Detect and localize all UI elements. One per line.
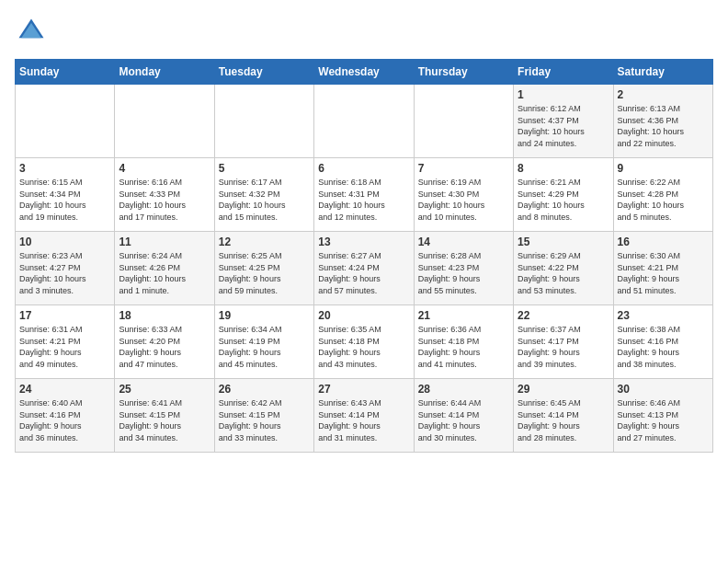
calendar-cell: 28Sunrise: 6:44 AM Sunset: 4:14 PM Dayli… <box>414 379 513 453</box>
calendar-cell: 29Sunrise: 6:45 AM Sunset: 4:14 PM Dayli… <box>514 379 613 453</box>
day-info: Sunrise: 6:30 AM Sunset: 4:21 PM Dayligh… <box>618 250 709 296</box>
calendar-cell: 18Sunrise: 6:33 AM Sunset: 4:20 PM Dayli… <box>115 305 214 379</box>
header-monday: Monday <box>115 60 214 85</box>
day-info: Sunrise: 6:17 AM Sunset: 4:32 PM Dayligh… <box>219 177 310 223</box>
day-number: 13 <box>318 236 409 248</box>
day-number: 22 <box>518 309 609 322</box>
header-friday: Friday <box>514 60 613 85</box>
day-info: Sunrise: 6:45 AM Sunset: 4:14 PM Dayligh… <box>518 397 609 443</box>
calendar-cell: 30Sunrise: 6:46 AM Sunset: 4:13 PM Dayli… <box>613 379 712 453</box>
day-number: 20 <box>318 309 409 322</box>
header-sunday: Sunday <box>16 60 115 85</box>
day-info: Sunrise: 6:13 AM Sunset: 4:36 PM Dayligh… <box>618 103 709 149</box>
day-info: Sunrise: 6:42 AM Sunset: 4:15 PM Dayligh… <box>219 397 310 443</box>
day-info: Sunrise: 6:15 AM Sunset: 4:34 PM Dayligh… <box>19 177 110 223</box>
calendar-cell: 15Sunrise: 6:29 AM Sunset: 4:22 PM Dayli… <box>514 232 613 305</box>
calendar-cell: 9Sunrise: 6:22 AM Sunset: 4:28 PM Daylig… <box>613 158 712 232</box>
calendar-cell <box>214 85 313 158</box>
day-number: 7 <box>418 162 509 175</box>
day-info: Sunrise: 6:19 AM Sunset: 4:30 PM Dayligh… <box>418 177 509 223</box>
logo <box>15 15 51 48</box>
calendar-cell: 21Sunrise: 6:36 AM Sunset: 4:18 PM Dayli… <box>414 305 513 379</box>
calendar-cell: 10Sunrise: 6:23 AM Sunset: 4:27 PM Dayli… <box>16 232 115 305</box>
day-number: 10 <box>19 236 110 248</box>
day-info: Sunrise: 6:35 AM Sunset: 4:18 PM Dayligh… <box>318 324 409 370</box>
calendar-week-2: 3Sunrise: 6:15 AM Sunset: 4:34 PM Daylig… <box>16 158 713 232</box>
header-wednesday: Wednesday <box>314 60 414 85</box>
day-info: Sunrise: 6:22 AM Sunset: 4:28 PM Dayligh… <box>618 177 709 223</box>
calendar-cell: 11Sunrise: 6:24 AM Sunset: 4:26 PM Dayli… <box>115 232 214 305</box>
calendar-week-3: 10Sunrise: 6:23 AM Sunset: 4:27 PM Dayli… <box>16 232 713 305</box>
day-number: 30 <box>618 383 709 396</box>
page-header <box>15 15 713 48</box>
logo-icon <box>15 15 48 48</box>
calendar-cell: 26Sunrise: 6:42 AM Sunset: 4:15 PM Dayli… <box>214 379 313 453</box>
day-info: Sunrise: 6:44 AM Sunset: 4:14 PM Dayligh… <box>418 397 509 443</box>
calendar-cell: 17Sunrise: 6:31 AM Sunset: 4:21 PM Dayli… <box>16 305 115 379</box>
day-number: 23 <box>618 309 709 322</box>
calendar-cell: 5Sunrise: 6:17 AM Sunset: 4:32 PM Daylig… <box>214 158 313 232</box>
day-info: Sunrise: 6:27 AM Sunset: 4:24 PM Dayligh… <box>318 250 409 296</box>
calendar-cell: 19Sunrise: 6:34 AM Sunset: 4:19 PM Dayli… <box>214 305 313 379</box>
day-info: Sunrise: 6:31 AM Sunset: 4:21 PM Dayligh… <box>19 324 110 370</box>
day-number: 25 <box>119 383 210 396</box>
calendar-header-row: SundayMondayTuesdayWednesdayThursdayFrid… <box>16 60 713 85</box>
day-info: Sunrise: 6:36 AM Sunset: 4:18 PM Dayligh… <box>418 324 509 370</box>
calendar-cell: 4Sunrise: 6:16 AM Sunset: 4:33 PM Daylig… <box>115 158 214 232</box>
day-info: Sunrise: 6:40 AM Sunset: 4:16 PM Dayligh… <box>19 397 110 443</box>
day-info: Sunrise: 6:29 AM Sunset: 4:22 PM Dayligh… <box>518 250 609 296</box>
calendar-cell: 1Sunrise: 6:12 AM Sunset: 4:37 PM Daylig… <box>514 85 613 158</box>
day-number: 8 <box>518 162 609 175</box>
day-number: 2 <box>618 88 709 101</box>
day-info: Sunrise: 6:34 AM Sunset: 4:19 PM Dayligh… <box>219 324 310 370</box>
day-number: 28 <box>418 383 509 396</box>
day-info: Sunrise: 6:41 AM Sunset: 4:15 PM Dayligh… <box>119 397 210 443</box>
day-info: Sunrise: 6:28 AM Sunset: 4:23 PM Dayligh… <box>418 250 509 296</box>
day-number: 15 <box>518 236 609 248</box>
calendar-cell: 12Sunrise: 6:25 AM Sunset: 4:25 PM Dayli… <box>214 232 313 305</box>
day-info: Sunrise: 6:24 AM Sunset: 4:26 PM Dayligh… <box>119 250 210 296</box>
day-number: 12 <box>219 236 310 248</box>
calendar-table: SundayMondayTuesdayWednesdayThursdayFrid… <box>15 59 713 453</box>
header-saturday: Saturday <box>613 60 712 85</box>
day-number: 18 <box>119 309 210 322</box>
day-number: 29 <box>518 383 609 396</box>
day-number: 6 <box>318 162 409 175</box>
calendar-cell: 24Sunrise: 6:40 AM Sunset: 4:16 PM Dayli… <box>16 379 115 453</box>
day-info: Sunrise: 6:12 AM Sunset: 4:37 PM Dayligh… <box>518 103 609 149</box>
day-info: Sunrise: 6:43 AM Sunset: 4:14 PM Dayligh… <box>318 397 409 443</box>
day-number: 4 <box>119 162 210 175</box>
calendar-cell: 2Sunrise: 6:13 AM Sunset: 4:36 PM Daylig… <box>613 85 712 158</box>
calendar-week-5: 24Sunrise: 6:40 AM Sunset: 4:16 PM Dayli… <box>16 379 713 453</box>
calendar-cell <box>115 85 214 158</box>
day-number: 17 <box>19 309 110 322</box>
calendar-cell: 22Sunrise: 6:37 AM Sunset: 4:17 PM Dayli… <box>514 305 613 379</box>
calendar-cell: 13Sunrise: 6:27 AM Sunset: 4:24 PM Dayli… <box>314 232 414 305</box>
day-info: Sunrise: 6:37 AM Sunset: 4:17 PM Dayligh… <box>518 324 609 370</box>
calendar-cell: 16Sunrise: 6:30 AM Sunset: 4:21 PM Dayli… <box>613 232 712 305</box>
day-info: Sunrise: 6:18 AM Sunset: 4:31 PM Dayligh… <box>318 177 409 223</box>
day-info: Sunrise: 6:16 AM Sunset: 4:33 PM Dayligh… <box>119 177 210 223</box>
day-number: 19 <box>219 309 310 322</box>
calendar-cell <box>414 85 513 158</box>
day-number: 21 <box>418 309 509 322</box>
calendar-cell <box>16 85 115 158</box>
day-number: 5 <box>219 162 310 175</box>
day-info: Sunrise: 6:23 AM Sunset: 4:27 PM Dayligh… <box>19 250 110 296</box>
calendar-cell: 25Sunrise: 6:41 AM Sunset: 4:15 PM Dayli… <box>115 379 214 453</box>
day-number: 3 <box>19 162 110 175</box>
day-number: 14 <box>418 236 509 248</box>
header-tuesday: Tuesday <box>214 60 313 85</box>
day-info: Sunrise: 6:25 AM Sunset: 4:25 PM Dayligh… <box>219 250 310 296</box>
day-number: 26 <box>219 383 310 396</box>
calendar-week-4: 17Sunrise: 6:31 AM Sunset: 4:21 PM Dayli… <box>16 305 713 379</box>
calendar-cell: 23Sunrise: 6:38 AM Sunset: 4:16 PM Dayli… <box>613 305 712 379</box>
day-number: 27 <box>318 383 409 396</box>
day-info: Sunrise: 6:21 AM Sunset: 4:29 PM Dayligh… <box>518 177 609 223</box>
calendar-cell: 27Sunrise: 6:43 AM Sunset: 4:14 PM Dayli… <box>314 379 414 453</box>
day-info: Sunrise: 6:46 AM Sunset: 4:13 PM Dayligh… <box>618 397 709 443</box>
day-number: 9 <box>618 162 709 175</box>
header-thursday: Thursday <box>414 60 513 85</box>
day-number: 24 <box>19 383 110 396</box>
calendar-cell <box>314 85 414 158</box>
